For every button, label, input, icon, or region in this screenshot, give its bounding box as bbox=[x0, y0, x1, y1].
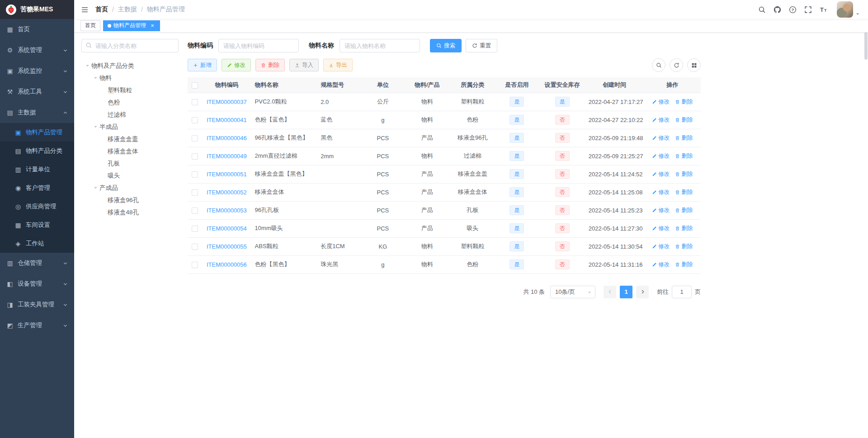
row-delete-link[interactable]: 删除 bbox=[675, 188, 693, 196]
row-edit-link[interactable]: 修改 bbox=[652, 243, 670, 250]
row-checkbox[interactable] bbox=[192, 117, 198, 123]
tree-caret-icon[interactable] bbox=[91, 124, 99, 129]
tree-node[interactable]: 过滤棉 bbox=[81, 108, 179, 121]
row-edit-link[interactable]: 修改 bbox=[652, 116, 670, 124]
github-icon[interactable] bbox=[774, 6, 781, 14]
row-checkbox[interactable] bbox=[192, 153, 198, 160]
search-toggle-button[interactable] bbox=[652, 58, 665, 72]
breadcrumb-item[interactable]: 首页 bbox=[95, 5, 108, 14]
sidebar-item-master-data[interactable]: ▤主数据 bbox=[0, 102, 74, 123]
row-checkbox[interactable] bbox=[192, 99, 198, 105]
row-checkbox[interactable] bbox=[192, 262, 198, 268]
sidebar-item-fixture-management[interactable]: ◨工装夹具管理 bbox=[0, 294, 74, 315]
row-checkbox[interactable] bbox=[192, 207, 198, 214]
row-checkbox[interactable] bbox=[192, 189, 198, 196]
sidebar-item-system-monitor[interactable]: ▣系统监控 bbox=[0, 61, 74, 81]
sidebar-item-material-product-management[interactable]: ▣物料产品管理 bbox=[0, 123, 74, 141]
row-delete-link[interactable]: 删除 bbox=[675, 225, 693, 232]
row-edit-link[interactable]: 修改 bbox=[652, 188, 670, 196]
sidebar-item-material-product-category[interactable]: ▤物料产品分类 bbox=[0, 141, 74, 160]
table-row[interactable]: ITEM0000004696孔移液盒【黑色】黑色PCS产品移液盒96孔是否202… bbox=[188, 129, 701, 147]
tree-node[interactable]: 半成品 bbox=[81, 121, 179, 133]
table-row[interactable]: ITEM00000037PVC2.0颗粒2.0公斤物料塑料颗粒是是2022-04… bbox=[188, 93, 701, 111]
row-delete-link[interactable]: 删除 bbox=[675, 98, 693, 106]
sidebar-item-workshop-settings[interactable]: ▦车间设置 bbox=[0, 216, 74, 234]
columns-button[interactable] bbox=[687, 58, 701, 72]
refresh-button[interactable] bbox=[670, 58, 683, 72]
sidebar-item-measurement-unit[interactable]: ▥计量单位 bbox=[0, 160, 74, 179]
material-code-link[interactable]: ITEM00000051 bbox=[207, 171, 247, 178]
page-size-select[interactable]: 10条/页 bbox=[550, 286, 595, 298]
tree-caret-icon[interactable] bbox=[83, 63, 91, 68]
export-button[interactable]: 导出 bbox=[323, 59, 353, 71]
material-code-link[interactable]: ITEM00000055 bbox=[207, 243, 247, 250]
row-delete-link[interactable]: 删除 bbox=[675, 261, 693, 268]
row-edit-link[interactable]: 修改 bbox=[652, 98, 670, 106]
tree-node[interactable]: 物料 bbox=[81, 72, 179, 84]
material-code-link[interactable]: ITEM00000041 bbox=[207, 117, 247, 123]
material-code-link[interactable]: ITEM00000046 bbox=[207, 135, 247, 141]
material-code-link[interactable]: ITEM00000049 bbox=[207, 153, 247, 160]
add-button[interactable]: 新增 bbox=[188, 59, 217, 71]
tree-node[interactable]: 塑料颗粒 bbox=[81, 84, 179, 96]
next-page-button[interactable] bbox=[636, 286, 649, 298]
tree-node[interactable]: 移液盒盒盖 bbox=[81, 133, 179, 145]
table-row[interactable]: ITEM00000052移液盒盒体PCS产品移液盒盒体是否2022-05-14 … bbox=[188, 183, 701, 201]
row-checkbox[interactable] bbox=[192, 135, 198, 141]
row-delete-link[interactable]: 删除 bbox=[675, 134, 693, 142]
table-row[interactable]: ITEM00000055ABS颗粒长度1CMKG物料塑料颗粒是否2022-05-… bbox=[188, 237, 701, 255]
font-size-icon[interactable]: TT bbox=[820, 6, 827, 14]
table-row[interactable]: ITEM000000492mm直径过滤棉2mmPCS物料过滤棉是否2022-05… bbox=[188, 147, 701, 165]
category-search-input[interactable] bbox=[81, 39, 179, 52]
page-number-button[interactable]: 1 bbox=[620, 286, 632, 298]
search-button[interactable]: 搜索 bbox=[430, 39, 462, 52]
row-edit-link[interactable]: 修改 bbox=[652, 152, 670, 160]
app-logo[interactable]: 苦糖果MES bbox=[0, 0, 74, 19]
tree-caret-icon[interactable] bbox=[91, 185, 99, 190]
tree-node[interactable]: 孔板 bbox=[81, 157, 179, 170]
sidebar-item-home[interactable]: ▦首页 bbox=[0, 19, 74, 40]
row-delete-link[interactable]: 删除 bbox=[675, 243, 693, 250]
tree-node[interactable]: 产成品 bbox=[81, 182, 179, 194]
help-icon[interactable]: ? bbox=[789, 6, 797, 14]
search-icon[interactable] bbox=[758, 6, 766, 14]
select-all-checkbox[interactable] bbox=[192, 82, 198, 89]
sidebar-toggle-icon[interactable] bbox=[74, 0, 95, 19]
material-code-link[interactable]: ITEM00000054 bbox=[207, 225, 247, 232]
tree-node[interactable]: 移液盒盒体 bbox=[81, 145, 179, 157]
row-edit-link[interactable]: 修改 bbox=[652, 261, 670, 268]
row-delete-link[interactable]: 删除 bbox=[675, 207, 693, 214]
sidebar-item-workstation[interactable]: ◈工作站 bbox=[0, 234, 74, 253]
row-edit-link[interactable]: 修改 bbox=[652, 134, 670, 142]
material-code-input[interactable] bbox=[218, 39, 299, 52]
table-row[interactable]: ITEM00000051移液盒盒盖【黑色】PCS产品移液盒盒盖是否2022-05… bbox=[188, 165, 701, 183]
tab-home[interactable]: 首页 bbox=[80, 20, 100, 31]
row-edit-link[interactable]: 修改 bbox=[652, 225, 670, 232]
sidebar-item-warehouse-management[interactable]: ▥仓储管理 bbox=[0, 253, 74, 273]
breadcrumb-item[interactable]: 物料产品管理 bbox=[147, 5, 185, 14]
sidebar-item-customer-management[interactable]: ◉客户管理 bbox=[0, 179, 74, 197]
row-checkbox[interactable] bbox=[192, 171, 198, 178]
material-code-link[interactable]: ITEM00000056 bbox=[207, 261, 247, 268]
delete-button[interactable]: 删除 bbox=[255, 59, 285, 71]
sidebar-item-system-management[interactable]: ⚙系统管理 bbox=[0, 40, 74, 61]
row-delete-link[interactable]: 删除 bbox=[675, 152, 693, 160]
sidebar-item-equipment-management[interactable]: ◧设备管理 bbox=[0, 273, 74, 294]
tree-caret-icon[interactable] bbox=[91, 75, 99, 80]
row-checkbox[interactable] bbox=[192, 226, 198, 232]
tree-node[interactable]: 物料及产品分类 bbox=[81, 60, 179, 72]
material-code-link[interactable]: ITEM00000052 bbox=[207, 189, 247, 196]
table-row[interactable]: ITEM00000041色粉【蓝色】蓝色g物料色粉是否2022-04-27 22… bbox=[188, 111, 701, 129]
row-delete-link[interactable]: 删除 bbox=[675, 116, 693, 124]
material-code-link[interactable]: ITEM00000037 bbox=[207, 99, 247, 105]
tab-close-icon[interactable]: × bbox=[149, 23, 156, 29]
material-code-link[interactable]: ITEM00000053 bbox=[207, 207, 247, 214]
tree-node[interactable]: 移液盒96孔 bbox=[81, 194, 179, 206]
row-delete-link[interactable]: 删除 bbox=[675, 170, 693, 178]
edit-button[interactable]: 修改 bbox=[222, 59, 251, 71]
table-row[interactable]: ITEM00000056色粉【黑色】珠光黑g物料色粉是否2022-05-14 1… bbox=[188, 255, 701, 273]
sidebar-item-supplier-management[interactable]: ◎供应商管理 bbox=[0, 197, 74, 216]
row-edit-link[interactable]: 修改 bbox=[652, 170, 670, 178]
tree-node[interactable]: 移液盒48孔 bbox=[81, 206, 179, 218]
sidebar-item-production-management[interactable]: ◩生产管理 bbox=[0, 315, 74, 336]
